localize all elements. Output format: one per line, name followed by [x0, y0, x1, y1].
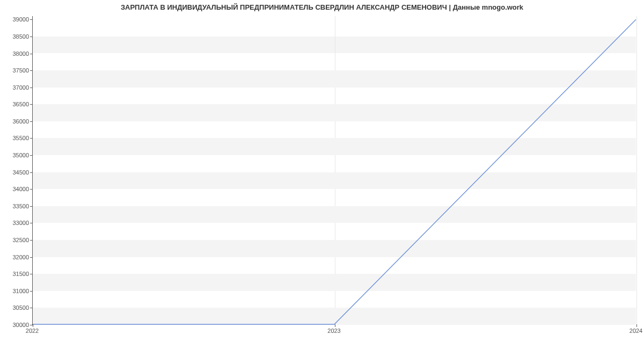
y-tick-mark: [30, 172, 33, 173]
x-tick-mark: [33, 324, 33, 327]
y-tick-label: 38000: [2, 50, 29, 57]
chart-title: ЗАРПЛАТА В ИНДИВИДУАЛЬНЫЙ ПРЕДПРИНИМАТЕЛ…: [0, 3, 644, 11]
y-tick-label: 31000: [2, 288, 29, 294]
y-tick-mark: [30, 189, 33, 190]
x-tick-mark: [335, 324, 335, 327]
x-tick-label: 2024: [630, 328, 642, 334]
y-tick-mark: [30, 88, 33, 88]
y-tick-mark: [30, 206, 33, 207]
salary-chart: ЗАРПЛАТА В ИНДИВИДУАЛЬНЫЙ ПРЕДПРИНИМАТЕЛ…: [0, 0, 644, 349]
vertical-gridline: [636, 16, 637, 324]
y-tick-label: 38500: [2, 33, 29, 40]
y-tick-mark: [30, 104, 33, 105]
y-tick-label: 35500: [2, 135, 29, 141]
y-tick-mark: [30, 240, 33, 241]
y-tick-mark: [30, 223, 33, 223]
salary-series-line: [33, 19, 636, 324]
y-tick-label: 34500: [2, 169, 29, 176]
y-tick-label: 33000: [2, 220, 29, 226]
x-tick-mark: [636, 324, 637, 327]
y-tick-label: 34000: [2, 186, 29, 192]
y-tick-label: 30000: [2, 322, 29, 328]
y-tick-label: 39000: [2, 16, 29, 23]
y-tick-mark: [30, 155, 33, 156]
y-tick-mark: [30, 138, 33, 139]
y-tick-label: 36500: [2, 101, 29, 107]
y-tick-mark: [30, 121, 33, 122]
y-tick-mark: [30, 54, 33, 54]
y-tick-label: 37500: [2, 67, 29, 74]
y-tick-mark: [30, 291, 33, 292]
y-tick-label: 32000: [2, 254, 29, 260]
y-tick-label: 30500: [2, 304, 29, 311]
y-tick-mark: [30, 37, 33, 37]
line-layer: [33, 16, 636, 324]
y-tick-mark: [30, 257, 33, 258]
x-tick-label: 2022: [26, 328, 39, 334]
y-tick-mark: [30, 274, 33, 274]
plot-area: [32, 16, 636, 325]
y-tick-mark: [30, 19, 33, 20]
y-tick-mark: [30, 70, 33, 71]
y-tick-label: 32500: [2, 237, 29, 243]
y-tick-label: 35000: [2, 152, 29, 158]
y-tick-label: 33500: [2, 203, 29, 209]
y-tick-label: 36000: [2, 118, 29, 125]
y-tick-mark: [30, 308, 33, 308]
y-tick-label: 31500: [2, 271, 29, 277]
y-tick-label: 37000: [2, 84, 29, 91]
x-tick-label: 2023: [327, 328, 340, 334]
